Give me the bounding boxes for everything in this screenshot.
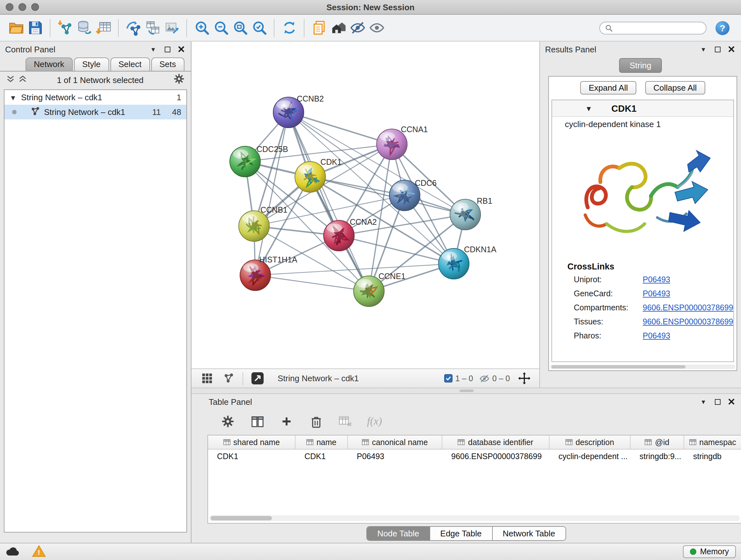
table-panel-title: Table Panel — [209, 397, 252, 407]
zoom-selected-button[interactable] — [250, 18, 269, 37]
import-table-from-file-button[interactable] — [94, 18, 113, 37]
add-column-icon[interactable] — [279, 414, 294, 429]
network-row[interactable]: String Network – cdk1 11 48 — [4, 105, 186, 119]
crosslink-label: GeneCard: — [574, 288, 643, 300]
crosslink-link[interactable]: 9606.ENSP00000378699 — [643, 316, 733, 327]
maximize-panel-icon[interactable] — [163, 45, 172, 54]
birdseye-view-icon[interactable] — [221, 371, 236, 386]
network-node-CCNB1[interactable] — [239, 211, 269, 241]
float-panel-icon[interactable]: ▾ — [699, 45, 708, 54]
table-cell[interactable]: P06493 — [348, 449, 442, 463]
zoom-in-button[interactable] — [192, 18, 211, 37]
horizontal-splitter[interactable] — [192, 388, 741, 394]
close-panel-icon[interactable] — [727, 397, 736, 406]
network-canvas[interactable]: CCNB2CCNA1CDC25BCDK1CDC6RB1CCNB1CCNA2CDK… — [192, 42, 539, 368]
warning-icon[interactable]: ! — [32, 544, 46, 559]
column-header--id[interactable]: @id — [630, 435, 684, 449]
search-input[interactable] — [615, 23, 701, 33]
import-network-from-database-button[interactable] — [75, 18, 94, 37]
network-node-HIST1H1A[interactable] — [240, 260, 271, 291]
refresh-icon — [281, 20, 297, 36]
show-columns-icon[interactable] — [250, 414, 265, 429]
new-network-button[interactable] — [124, 18, 143, 37]
table-cell[interactable]: stringdb:9... — [630, 449, 684, 463]
save-session-button[interactable] — [25, 18, 45, 37]
import-network-from-file-button[interactable] — [56, 18, 75, 37]
cloud-icon[interactable] — [5, 545, 20, 558]
pan-crosshair-icon[interactable] — [516, 371, 532, 386]
maximize-panel-icon[interactable] — [713, 397, 722, 406]
home-icon — [330, 20, 346, 36]
collapse-all-icon[interactable] — [6, 75, 15, 85]
protein-section-header[interactable]: ▼ CDK1 — [552, 100, 733, 117]
expand-all-button[interactable]: Expand All — [581, 81, 636, 94]
zoom-fit-icon — [232, 20, 248, 36]
collapse-all-button[interactable]: Collapse All — [645, 81, 705, 94]
tab-sets[interactable]: Sets — [151, 57, 184, 71]
function-builder-icon: f(x) — [367, 415, 382, 428]
network-graph[interactable]: CCNB2CCNA1CDC25BCDK1CDC6RB1CCNB1CCNA2CDK… — [192, 42, 539, 368]
network-node-RB1[interactable] — [450, 199, 481, 230]
crosslink-link[interactable]: 9606.ENSP00000378699 — [643, 302, 733, 314]
table-cell[interactable]: stringdb — [684, 449, 741, 463]
column-header-description[interactable]: description — [549, 435, 630, 449]
selected-checkbox-icon[interactable] — [445, 374, 453, 382]
tab-network-table[interactable]: Network Table — [492, 526, 565, 540]
delete-column-trash-icon[interactable] — [308, 414, 324, 429]
close-panel-icon[interactable] — [727, 45, 736, 54]
duplicate-document-button[interactable] — [310, 18, 329, 37]
network-collection-row[interactable]: ▼ String Network – cdk1 1 — [4, 90, 186, 105]
tab-select[interactable]: Select — [110, 57, 150, 71]
collapse-section-icon[interactable]: ▼ — [585, 105, 592, 112]
hidden-eye-icon[interactable] — [479, 373, 489, 383]
cytoscape-window: Session: New Session — [0, 0, 741, 560]
network-edges[interactable] — [245, 112, 465, 291]
table-settings-gear-icon[interactable] — [220, 414, 235, 429]
home-button[interactable] — [329, 18, 348, 37]
close-panel-icon[interactable] — [177, 45, 186, 54]
column-header-shared-name[interactable]: shared name — [208, 435, 295, 449]
expander-icon[interactable]: ▼ — [10, 94, 17, 101]
scrollbar-thumb[interactable] — [211, 516, 272, 520]
crosslink-link[interactable]: P06493 — [643, 288, 670, 300]
network-node-CDC25B[interactable] — [230, 146, 260, 177]
clone-network-button[interactable] — [143, 18, 162, 37]
table-cell[interactable]: 9606.ENSP00000378699 — [442, 449, 549, 463]
float-panel-icon[interactable]: ▾ — [149, 45, 158, 54]
zoom-selected-icon — [251, 20, 267, 36]
table-cell[interactable]: CDK1 — [295, 449, 348, 463]
table-cell[interactable]: cyclin-dependent ... — [549, 449, 630, 463]
tab-style[interactable]: Style — [74, 57, 109, 71]
gear-icon[interactable] — [174, 73, 185, 86]
grid-view-icon[interactable] — [199, 371, 214, 386]
results-scrollbar[interactable] — [550, 365, 735, 369]
export-image-button[interactable] — [162, 18, 181, 37]
show-panels-button[interactable] — [367, 18, 386, 37]
float-panel-icon[interactable]: ▾ — [699, 397, 708, 406]
table-cell[interactable]: CDK1 — [208, 449, 295, 463]
column-header-namespac[interactable]: namespac — [684, 435, 741, 449]
column-header-name[interactable]: name — [295, 435, 348, 449]
help-button[interactable]: ? — [716, 21, 730, 35]
zoom-fit-button[interactable] — [230, 18, 250, 37]
table-horizontal-scrollbar[interactable] — [209, 515, 740, 521]
network-view-title: String Network – cdk1 — [278, 374, 359, 383]
column-header-database-identifier[interactable]: database identifier — [442, 435, 549, 449]
export-view-icon[interactable] — [250, 371, 265, 386]
tab-node-table[interactable]: Node Table — [367, 526, 429, 540]
zoom-out-button[interactable] — [211, 18, 230, 37]
crosslink-link[interactable]: P06493 — [643, 330, 670, 341]
table-row[interactable]: CDK1CDK1P064939606.ENSP00000378699cyclin… — [208, 449, 741, 463]
refresh-button[interactable] — [280, 18, 299, 37]
tab-edge-table[interactable]: Edge Table — [429, 526, 492, 540]
memory-button[interactable]: Memory — [683, 545, 736, 558]
hide-panels-button[interactable] — [348, 18, 367, 37]
crosslink-link[interactable]: P06493 — [643, 274, 670, 286]
search-box[interactable] — [599, 21, 706, 34]
column-header-canonical-name[interactable]: canonical name — [348, 435, 442, 449]
string-tab[interactable]: String — [619, 58, 662, 72]
open-session-button[interactable] — [6, 18, 25, 37]
tab-network[interactable]: Network — [25, 57, 72, 71]
maximize-panel-icon[interactable] — [713, 45, 722, 54]
expand-all-icon[interactable] — [18, 75, 27, 85]
